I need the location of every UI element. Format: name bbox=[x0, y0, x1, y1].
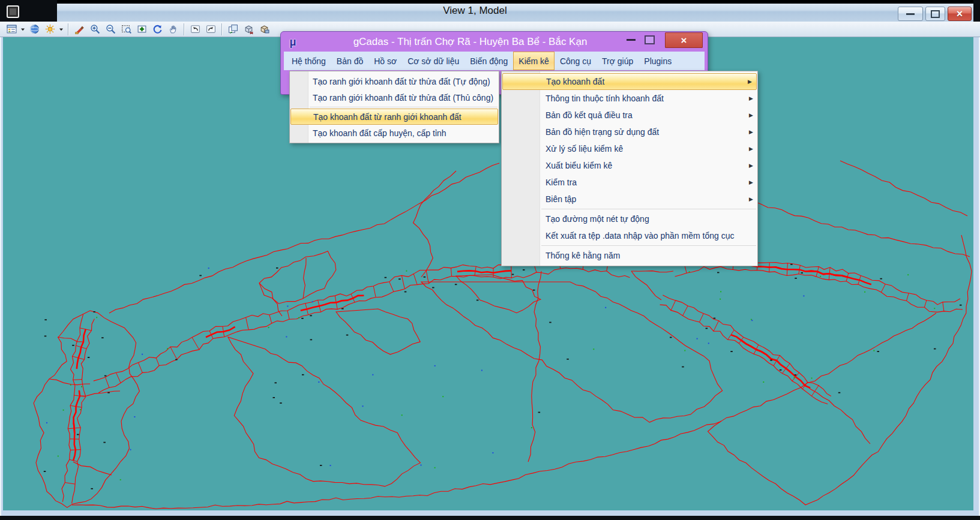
zoom-out-icon bbox=[106, 24, 116, 34]
close-button[interactable]: × bbox=[948, 7, 972, 21]
submenu-arrow-icon: ▶ bbox=[749, 129, 753, 135]
copy-view-icon bbox=[228, 24, 238, 34]
title-bar[interactable]: View 1, Model × bbox=[0, 0, 980, 22]
menu-ban-do[interactable]: Bản đồ bbox=[331, 52, 368, 70]
menu-item-tao-ranh-gioi-thu-cong[interactable]: Tạo ranh giới khoanh đất từ thửa đất (Th… bbox=[290, 89, 499, 106]
system-menu-icon[interactable] bbox=[7, 5, 19, 18]
menu-item-thong-tin-thuoc-tinh-khoanh-dat[interactable]: Thông tin thuộc tính khoanh đất▶ bbox=[502, 90, 757, 107]
view-attributes-button[interactable] bbox=[4, 23, 19, 36]
update-view-button[interactable] bbox=[71, 23, 87, 36]
update-view-icon bbox=[74, 24, 85, 34]
fit-view-icon bbox=[137, 24, 147, 34]
zoom-in-button[interactable] bbox=[87, 23, 103, 36]
window-controls: × bbox=[898, 7, 972, 21]
view-next-button[interactable] bbox=[203, 23, 218, 36]
menu-item-label: Biên tập bbox=[546, 194, 576, 204]
menu-item-tao-ranh-gioi-tu-dong[interactable]: Tạo ranh giới khoanh đất từ thửa đất (Tự… bbox=[290, 73, 499, 89]
submenu-arrow-icon: ▶ bbox=[749, 196, 753, 202]
gcadas-title-bar[interactable]: μ gCadas - Thị trấn Chợ Rã - Huyện Ba Bể… bbox=[281, 32, 708, 52]
menu-item-ban-do-ket-qua-dieu-tra[interactable]: Bản đồ kết quả điều tra▶ bbox=[502, 107, 757, 124]
titlebar-right-corner bbox=[973, 0, 980, 22]
view-attributes-dropdown-icon[interactable] bbox=[19, 23, 26, 36]
window-area-icon bbox=[121, 24, 131, 34]
kiemke-dropdown-menu: Tạo khoanh đất▶Thông tin thuộc tính khoa… bbox=[501, 71, 758, 266]
menu-item-label: Tạo khoanh đất từ ranh giới khoanh đất bbox=[313, 112, 461, 122]
maximize-button[interactable] bbox=[925, 7, 945, 21]
minimize-icon bbox=[906, 13, 915, 15]
gcadas-close-button[interactable]: × bbox=[665, 32, 703, 48]
submenu-arrow-icon: ▶ bbox=[749, 146, 753, 152]
close-icon: × bbox=[957, 8, 963, 19]
toolbar-separator bbox=[184, 23, 184, 35]
menu-cong-cu[interactable]: Công cụ bbox=[555, 52, 597, 70]
submenu-arrow-icon: ▶ bbox=[749, 179, 753, 185]
menu-item-tao-khoanh-dat-cap-huyen-cap-tinh[interactable]: Tạo khoanh đất cấp huyện, cấp tỉnh bbox=[290, 125, 499, 141]
window-area-button[interactable] bbox=[118, 23, 134, 36]
menu-co-so-du-lieu[interactable]: Cơ sở dữ liệu bbox=[402, 52, 464, 70]
menu-item-tao-duong-mot-net-tu-dong[interactable]: Tạo đường một nét tự động bbox=[502, 211, 757, 227]
maximize-icon bbox=[931, 10, 940, 18]
gcadas-close-icon: × bbox=[681, 35, 687, 46]
gcadas-menubar: Hệ thốngBản đồHồ sơCơ sở dữ liệuBiến độn… bbox=[284, 52, 705, 70]
menu-item-label: Tạo ranh giới khoanh đất từ thửa đất (Th… bbox=[313, 93, 493, 103]
clip-volume-icon bbox=[244, 24, 254, 34]
menu-item-bien-tap[interactable]: Biên tập▶ bbox=[502, 191, 757, 208]
brightness-icon bbox=[45, 24, 55, 34]
menu-item-label: Tạo đường một nét tự động bbox=[546, 214, 649, 224]
view-attributes-icon bbox=[7, 24, 17, 34]
menu-item-label: Bản đồ hiện trạng sử dụng đất bbox=[546, 127, 659, 137]
brightness-button[interactable] bbox=[42, 23, 58, 36]
clip-volume-button[interactable] bbox=[241, 23, 256, 36]
gcadas-minimize-button[interactable] bbox=[627, 39, 636, 41]
menu-item-label: Xuất biểu kiểm kê bbox=[546, 161, 612, 170]
rotate-view-button[interactable] bbox=[149, 23, 165, 36]
gcadas-maximize-button[interactable] bbox=[645, 35, 655, 44]
menu-item-tao-khoanh-dat[interactable]: Tạo khoanh đất▶ bbox=[502, 73, 757, 90]
rotate-view-icon bbox=[152, 24, 163, 34]
menu-item-label: Thông tin thuộc tính khoanh đất bbox=[546, 94, 664, 103]
toolbar-separator bbox=[221, 23, 222, 35]
menu-item-thong-ke-hang-nam[interactable]: Thống kê hằng năm bbox=[502, 247, 757, 264]
display-style-button[interactable] bbox=[26, 23, 42, 36]
application-window: View 1, Model × μ gCadas - Thị trấn Chợ … bbox=[0, 0, 980, 520]
menu-item-tao-khoanh-dat-tu-ranh-gioi[interactable]: Tạo khoanh đất từ ranh giới khoanh đất bbox=[290, 109, 498, 125]
copy-view-button[interactable] bbox=[225, 23, 241, 36]
menu-item-xuat-bieu-kiem-ke[interactable]: Xuất biểu kiểm kê▶ bbox=[502, 157, 757, 174]
clip-mask-button[interactable] bbox=[256, 23, 272, 36]
view-next-icon bbox=[206, 24, 216, 34]
minimize-button[interactable] bbox=[898, 7, 923, 21]
pan-view-button[interactable] bbox=[165, 23, 181, 36]
submenu-arrow-icon: ▶ bbox=[749, 95, 753, 101]
menu-kiem-ke[interactable]: Kiểm kê bbox=[513, 52, 555, 70]
menu-item-label: Tạo khoanh đất bbox=[546, 77, 604, 86]
menu-item-ket-xuat-ra-tep-data[interactable]: Kết xuất ra tệp .data nhập vào phần mềm … bbox=[502, 227, 757, 244]
brightness-dropdown-icon[interactable] bbox=[58, 23, 65, 36]
menu-item-label: Tạo ranh giới khoanh đất từ thửa đất (Tự… bbox=[313, 77, 490, 86]
menu-bien-dong[interactable]: Biến động bbox=[464, 52, 513, 70]
zoom-out-button[interactable] bbox=[103, 23, 118, 36]
toolbar-separator bbox=[68, 23, 68, 35]
menu-he-thong[interactable]: Hệ thống bbox=[286, 52, 331, 70]
menu-item-kiem-tra[interactable]: Kiểm tra▶ bbox=[502, 174, 757, 191]
menu-ho-so[interactable]: Hồ sơ bbox=[368, 52, 402, 70]
bottom-edge bbox=[0, 516, 980, 520]
display-style-icon bbox=[29, 24, 40, 34]
submenu-arrow-icon: ▶ bbox=[749, 163, 753, 169]
gcadas-app-icon: μ bbox=[287, 36, 299, 48]
menu-separator bbox=[541, 245, 756, 246]
view-previous-icon bbox=[190, 24, 200, 34]
menu-item-xu-ly-so-lieu-kiem-ke[interactable]: Xử lý số liệu kiểm kê▶ bbox=[502, 140, 757, 157]
view-previous-button[interactable] bbox=[187, 23, 203, 36]
submenu-arrow-icon: ▶ bbox=[748, 79, 752, 85]
menu-plugins[interactable]: Plugins bbox=[639, 52, 677, 70]
menu-separator bbox=[541, 209, 756, 209]
menu-item-label: Bản đồ kết quả điều tra bbox=[546, 110, 633, 120]
fit-view-button[interactable] bbox=[134, 23, 149, 36]
menu-separator bbox=[310, 107, 498, 107]
clip-mask-icon bbox=[259, 24, 269, 34]
menu-item-label: Kiểm tra bbox=[546, 178, 577, 187]
menu-tro-giup[interactable]: Trợ giúp bbox=[597, 52, 639, 70]
menu-item-ban-do-hien-trang-su-dung-dat[interactable]: Bản đồ hiện trạng sử dụng đất▶ bbox=[502, 124, 757, 140]
pan-view-icon bbox=[168, 24, 178, 34]
window-title: View 1, Model bbox=[57, 5, 893, 17]
